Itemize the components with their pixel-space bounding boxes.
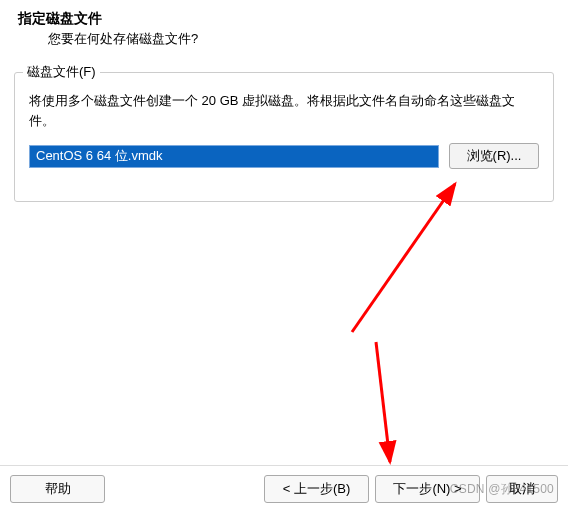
next-button[interactable]: 下一步(N) > [375, 475, 480, 503]
footer: 帮助 < 上一步(B) 下一步(N) > 取消 [0, 466, 568, 512]
page-title: 指定磁盘文件 [18, 10, 568, 28]
svg-line-1 [376, 342, 390, 462]
disk-file-input[interactable] [29, 145, 439, 168]
annotation-arrow-icon [356, 336, 416, 476]
browse-button[interactable]: 浏览(R)... [449, 143, 539, 169]
fieldset-description: 将使用多个磁盘文件创建一个 20 GB 虚拟磁盘。将根据此文件名自动命名这些磁盘… [29, 91, 539, 131]
file-input-row: 浏览(R)... [29, 143, 539, 169]
cancel-button[interactable]: 取消 [486, 475, 558, 503]
svg-line-0 [352, 184, 455, 332]
back-button[interactable]: < 上一步(B) [264, 475, 369, 503]
header: 指定磁盘文件 您要在何处存储磁盘文件? [0, 0, 568, 48]
help-button[interactable]: 帮助 [10, 475, 105, 503]
page-subtitle: 您要在何处存储磁盘文件? [48, 30, 568, 48]
disk-file-fieldset: 磁盘文件(F) 将使用多个磁盘文件创建一个 20 GB 虚拟磁盘。将根据此文件名… [14, 72, 554, 202]
fieldset-legend: 磁盘文件(F) [23, 63, 100, 81]
